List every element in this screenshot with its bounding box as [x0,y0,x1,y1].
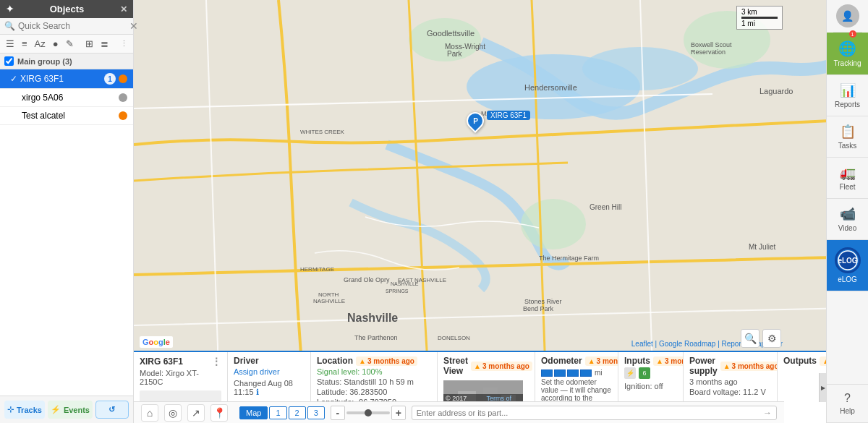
device-status-dot [119,74,127,83]
layers-btn[interactable]: ◎ [164,404,182,422]
svg-text:HERMITAGE: HERMITAGE [300,266,334,273]
svg-text:WHITES CREEK: WHITES CREEK [300,129,345,135]
svg-text:DONELSON: DONELSON [438,335,470,341]
inputs-title: Inputs ▲ 3 months ago [624,356,677,366]
toolbar-dot-icon[interactable]: ● [50,37,61,51]
help-icon: ? [844,392,851,405]
device-row[interactable]: xirgo 5A06 [0,89,133,107]
zoom-out-btn[interactable]: 🔍 [741,329,760,348]
nav-fleet[interactable]: 🚛 Fleet [827,158,868,199]
video-icon: 📹 [840,206,856,222]
user-avatar[interactable]: 👤 [836,4,859,27]
zoom-slider[interactable] [346,411,390,414]
marker-pin-icon: P [473,117,478,125]
nav-reports[interactable]: 📊 Reports [827,75,868,116]
power-title: Power supply ▲ 3 months ago [689,356,771,376]
pin-btn[interactable]: 📍 [210,404,228,422]
toolbar-edit-icon[interactable]: ✎ [63,37,77,51]
board-voltage: Board voltage: 11.2 V [689,388,771,396]
share-btn[interactable]: ↗ [187,404,205,422]
toolbar-scroll-icon[interactable]: ⋮ [117,38,131,50]
inp-alert-icon: ▲ [656,357,663,365]
svg-text:The Parthenon: The Parthenon [354,334,398,341]
search-icon: 🔍 [4,21,15,31]
sv-alert-icon: ▲ [474,362,481,370]
device-row[interactable]: ✓ XIRG 63F1 1 [0,69,133,89]
nav-tasks[interactable]: 📋 Tasks [827,116,868,158]
nav-tracking[interactable]: 🌐 Tracking [827,33,868,75]
device-name: Test alcatel [10,111,119,121]
vehicle-more-icon[interactable]: ⋮ [211,356,221,367]
settings-btn[interactable]: ⚙ [762,329,781,348]
fleet-label: Fleet [839,183,855,191]
odometer-title: Odometer ▲ 3 months ago [541,356,612,366]
map-container[interactable]: Nashville Moss-Wright Park Goodlettsvill… [134,0,826,423]
svg-text:Nashville: Nashville [347,312,398,324]
svg-text:NASHVILLE: NASHVILLE [391,281,419,286]
reports-icon: 📊 [840,82,856,98]
inputs-icons: ⚡ 6 [624,367,677,379]
nav-help[interactable]: ? Help [827,384,868,423]
expand-panel-btn[interactable]: ▶ [819,373,826,402]
toolbar-grid-icon[interactable]: ⊞ [82,37,96,51]
map-tab-label[interactable]: Map [239,406,268,419]
svg-text:Green Hill: Green Hill [590,203,621,211]
odo-seg-1 [541,369,553,377]
address-input[interactable] [417,409,763,417]
events-button[interactable]: ⚡ Events [48,401,93,419]
map-controls: 🔍 ⚙ [741,329,781,348]
toolbar-text-icon[interactable]: ≡ [19,37,30,51]
elog-label: eLOG [838,275,857,283]
history-button[interactable]: ↺ [95,401,129,419]
zoom-out-btn[interactable]: - [331,406,345,420]
address-search-icon[interactable]: → [763,408,772,418]
driver-changed: Changed Aug 08 11:15 ℹ [234,379,305,397]
info-icon[interactable]: ℹ [256,388,259,396]
tracks-button[interactable]: ⊹ Tracks [4,401,45,419]
map-marker[interactable]: P XIRG 63F1 [467,112,484,129]
input-icon-1: ⚡ [624,367,636,379]
odo-seg-2 [554,369,566,377]
right-sidebar: 👤 1 🌐 Tracking 📊 Reports 📋 Tasks 🚛 Fleet… [826,0,868,423]
leaflet-link[interactable]: Leaflet [631,340,653,348]
odo-alert-label: 3 months ago [597,357,618,365]
search-clear-icon[interactable]: ✕ [129,20,138,32]
svg-text:Reservation: Reservation [691,48,726,56]
toolbar-list-icon[interactable]: ☰ [3,37,17,51]
svg-text:NORTH: NORTH [318,291,339,298]
map-tab-2[interactable]: 2 [289,406,306,419]
svg-text:The Hermitage Farm: The Hermitage Farm [539,255,599,262]
toolbar-az-icon[interactable]: Az [32,37,48,51]
location-alert: ▲ 3 months ago [356,356,417,366]
power-label: Power supply [689,356,718,376]
sv-alert-label: 3 months ago [482,362,529,370]
group-checkbox[interactable] [4,56,14,66]
svg-point-4 [521,199,586,249]
svg-text:Boxwell Scout: Boxwell Scout [691,41,732,48]
toolbar-list2-icon[interactable]: ≣ [98,37,111,51]
map-tab-3[interactable]: 3 [307,406,325,419]
roadmap-link[interactable]: Google Roadmap [659,340,715,348]
changed-label: Changed Aug 08 11:15 [234,379,293,396]
events-icon: ⚡ [51,405,61,414]
vehicle-name: XIRG 63F1 [140,356,183,367]
elog-svg: eLOG [838,250,858,270]
assign-driver-link[interactable]: Assign driver [234,367,305,376]
panel-close-icon[interactable]: ✕ [120,4,127,14]
odometer-alert: ▲ 3 months ago [585,356,618,366]
nav-video[interactable]: 📹 Video [827,199,868,240]
notification-badge[interactable]: 1 [849,30,856,38]
map-tab-1[interactable]: 1 [269,406,286,419]
home-btn[interactable]: ⌂ [141,404,158,422]
search-input[interactable] [18,21,127,31]
marker-pin: P [463,108,488,133]
nav-elog[interactable]: eLOG eLOG [827,240,868,291]
odo-alert-icon: ▲ [588,357,595,365]
device-check-icon: ✓ [10,74,17,84]
group-name: Main group (3) [17,57,129,66]
device-status-dot [119,111,127,120]
device-row[interactable]: Test alcatel [0,107,133,125]
zoom-in-btn[interactable]: + [391,406,406,420]
group-row[interactable]: Main group (3) [0,54,133,69]
map-scale: 3 km 1 mi [736,6,783,30]
